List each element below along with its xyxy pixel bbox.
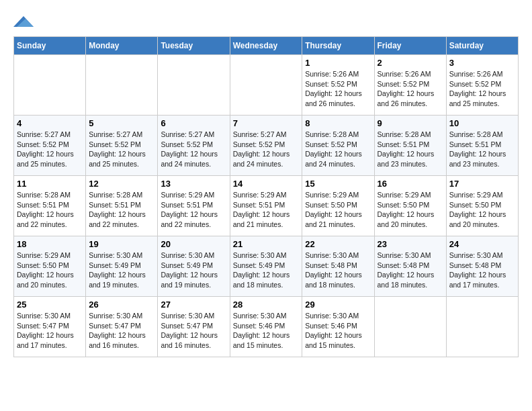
day-cell: 4Sunrise: 5:27 AM Sunset: 5:52 PM Daylig… — [14, 116, 86, 176]
day-cell: 1Sunrise: 5:26 AM Sunset: 5:52 PM Daylig… — [302, 55, 374, 116]
day-detail: Sunrise: 5:27 AM Sunset: 5:52 PM Dayligh… — [233, 130, 300, 169]
day-detail: Sunrise: 5:30 AM Sunset: 5:49 PM Dayligh… — [233, 250, 300, 290]
col-header-monday: Monday — [86, 37, 158, 55]
day-number: 20 — [161, 239, 226, 249]
day-number: 22 — [305, 239, 371, 249]
calendar-table: SundayMondayTuesdayWednesdayThursdayFrid… — [13, 36, 519, 357]
week-row-2: 4Sunrise: 5:27 AM Sunset: 5:52 PM Daylig… — [14, 116, 519, 176]
day-number: 21 — [233, 239, 300, 249]
col-header-saturday: Saturday — [446, 37, 518, 55]
logo — [13, 13, 35, 30]
day-number: 8 — [305, 118, 371, 128]
day-detail: Sunrise: 5:29 AM Sunset: 5:50 PM Dayligh… — [305, 190, 371, 230]
day-detail: Sunrise: 5:29 AM Sunset: 5:50 PM Dayligh… — [449, 190, 515, 230]
day-number: 15 — [305, 179, 371, 189]
day-number: 9 — [378, 118, 443, 128]
day-cell — [86, 55, 158, 116]
day-detail: Sunrise: 5:26 AM Sunset: 5:52 PM Dayligh… — [378, 69, 443, 109]
day-detail: Sunrise: 5:28 AM Sunset: 5:51 PM Dayligh… — [378, 130, 443, 169]
day-number: 7 — [233, 118, 300, 128]
day-number: 28 — [233, 300, 300, 310]
day-number: 18 — [17, 239, 83, 249]
day-cell: 23Sunrise: 5:30 AM Sunset: 5:48 PM Dayli… — [374, 236, 446, 297]
day-cell: 22Sunrise: 5:30 AM Sunset: 5:48 PM Dayli… — [302, 236, 374, 297]
day-cell: 20Sunrise: 5:30 AM Sunset: 5:49 PM Dayli… — [158, 236, 230, 297]
day-detail: Sunrise: 5:29 AM Sunset: 5:51 PM Dayligh… — [161, 190, 226, 230]
day-cell: 28Sunrise: 5:30 AM Sunset: 5:46 PM Dayli… — [230, 297, 302, 357]
day-cell: 10Sunrise: 5:28 AM Sunset: 5:51 PM Dayli… — [446, 116, 518, 176]
col-header-tuesday: Tuesday — [158, 37, 230, 55]
day-detail: Sunrise: 5:28 AM Sunset: 5:51 PM Dayligh… — [449, 130, 515, 169]
col-header-wednesday: Wednesday — [230, 37, 302, 55]
col-header-sunday: Sunday — [14, 37, 86, 55]
day-detail: Sunrise: 5:27 AM Sunset: 5:52 PM Dayligh… — [161, 130, 226, 169]
day-cell: 8Sunrise: 5:28 AM Sunset: 5:52 PM Daylig… — [302, 116, 374, 176]
week-row-3: 11Sunrise: 5:28 AM Sunset: 5:51 PM Dayli… — [14, 176, 519, 236]
col-header-friday: Friday — [374, 37, 446, 55]
day-number: 4 — [17, 118, 83, 128]
day-cell: 7Sunrise: 5:27 AM Sunset: 5:52 PM Daylig… — [230, 116, 302, 176]
day-number: 3 — [449, 58, 515, 68]
day-cell: 17Sunrise: 5:29 AM Sunset: 5:50 PM Dayli… — [446, 176, 518, 236]
week-row-1: 1Sunrise: 5:26 AM Sunset: 5:52 PM Daylig… — [14, 55, 519, 116]
day-detail: Sunrise: 5:30 AM Sunset: 5:48 PM Dayligh… — [305, 250, 371, 290]
day-number: 11 — [17, 179, 83, 189]
week-row-4: 18Sunrise: 5:29 AM Sunset: 5:50 PM Dayli… — [14, 236, 519, 297]
page-header — [13, 13, 519, 30]
day-detail: Sunrise: 5:26 AM Sunset: 5:52 PM Dayligh… — [305, 69, 371, 109]
day-cell — [158, 55, 230, 116]
day-detail: Sunrise: 5:30 AM Sunset: 5:49 PM Dayligh… — [89, 250, 154, 290]
day-cell: 2Sunrise: 5:26 AM Sunset: 5:52 PM Daylig… — [374, 55, 446, 116]
day-number: 2 — [378, 58, 443, 68]
day-cell: 27Sunrise: 5:30 AM Sunset: 5:47 PM Dayli… — [158, 297, 230, 357]
day-detail: Sunrise: 5:30 AM Sunset: 5:47 PM Dayligh… — [17, 311, 83, 351]
day-cell: 5Sunrise: 5:27 AM Sunset: 5:52 PM Daylig… — [86, 116, 158, 176]
day-cell: 3Sunrise: 5:26 AM Sunset: 5:52 PM Daylig… — [446, 55, 518, 116]
day-detail: Sunrise: 5:30 AM Sunset: 5:47 PM Dayligh… — [89, 311, 154, 351]
day-cell: 15Sunrise: 5:29 AM Sunset: 5:50 PM Dayli… — [302, 176, 374, 236]
day-cell: 21Sunrise: 5:30 AM Sunset: 5:49 PM Dayli… — [230, 236, 302, 297]
day-detail: Sunrise: 5:27 AM Sunset: 5:52 PM Dayligh… — [17, 130, 83, 169]
day-detail: Sunrise: 5:28 AM Sunset: 5:51 PM Dayligh… — [17, 190, 83, 230]
day-cell: 9Sunrise: 5:28 AM Sunset: 5:51 PM Daylig… — [374, 116, 446, 176]
day-detail: Sunrise: 5:30 AM Sunset: 5:47 PM Dayligh… — [161, 311, 226, 351]
day-cell: 14Sunrise: 5:29 AM Sunset: 5:51 PM Dayli… — [230, 176, 302, 236]
day-detail: Sunrise: 5:27 AM Sunset: 5:52 PM Dayligh… — [89, 130, 154, 169]
day-detail: Sunrise: 5:29 AM Sunset: 5:50 PM Dayligh… — [378, 190, 443, 230]
day-cell: 16Sunrise: 5:29 AM Sunset: 5:50 PM Dayli… — [374, 176, 446, 236]
day-detail: Sunrise: 5:30 AM Sunset: 5:48 PM Dayligh… — [378, 250, 443, 290]
day-number: 27 — [161, 300, 226, 310]
day-number: 24 — [449, 239, 515, 249]
day-cell: 6Sunrise: 5:27 AM Sunset: 5:52 PM Daylig… — [158, 116, 230, 176]
day-cell — [374, 297, 446, 357]
day-cell: 12Sunrise: 5:28 AM Sunset: 5:51 PM Dayli… — [86, 176, 158, 236]
day-cell — [14, 55, 86, 116]
day-cell: 19Sunrise: 5:30 AM Sunset: 5:49 PM Dayli… — [86, 236, 158, 297]
day-number: 5 — [89, 118, 154, 128]
day-cell: 13Sunrise: 5:29 AM Sunset: 5:51 PM Dayli… — [158, 176, 230, 236]
day-number: 13 — [161, 179, 226, 189]
day-number: 12 — [89, 179, 154, 189]
day-cell — [446, 297, 518, 357]
day-number: 14 — [233, 179, 300, 189]
day-number: 17 — [449, 179, 515, 189]
day-number: 10 — [449, 118, 515, 128]
day-cell: 18Sunrise: 5:29 AM Sunset: 5:50 PM Dayli… — [14, 236, 86, 297]
day-cell: 29Sunrise: 5:30 AM Sunset: 5:46 PM Dayli… — [302, 297, 374, 357]
day-cell: 25Sunrise: 5:30 AM Sunset: 5:47 PM Dayli… — [14, 297, 86, 357]
day-number: 16 — [378, 179, 443, 189]
day-detail: Sunrise: 5:30 AM Sunset: 5:46 PM Dayligh… — [233, 311, 300, 351]
day-number: 29 — [305, 300, 371, 310]
day-cell: 24Sunrise: 5:30 AM Sunset: 5:48 PM Dayli… — [446, 236, 518, 297]
day-cell: 26Sunrise: 5:30 AM Sunset: 5:47 PM Dayli… — [86, 297, 158, 357]
col-header-thursday: Thursday — [302, 37, 374, 55]
day-number: 23 — [378, 239, 443, 249]
day-cell — [230, 55, 302, 116]
day-detail: Sunrise: 5:30 AM Sunset: 5:46 PM Dayligh… — [305, 311, 371, 351]
day-detail: Sunrise: 5:28 AM Sunset: 5:51 PM Dayligh… — [89, 190, 154, 230]
day-detail: Sunrise: 5:30 AM Sunset: 5:48 PM Dayligh… — [449, 250, 515, 290]
day-detail: Sunrise: 5:29 AM Sunset: 5:50 PM Dayligh… — [17, 250, 83, 290]
day-number: 26 — [89, 300, 154, 310]
day-number: 25 — [17, 300, 83, 310]
logo-icon — [13, 13, 34, 30]
